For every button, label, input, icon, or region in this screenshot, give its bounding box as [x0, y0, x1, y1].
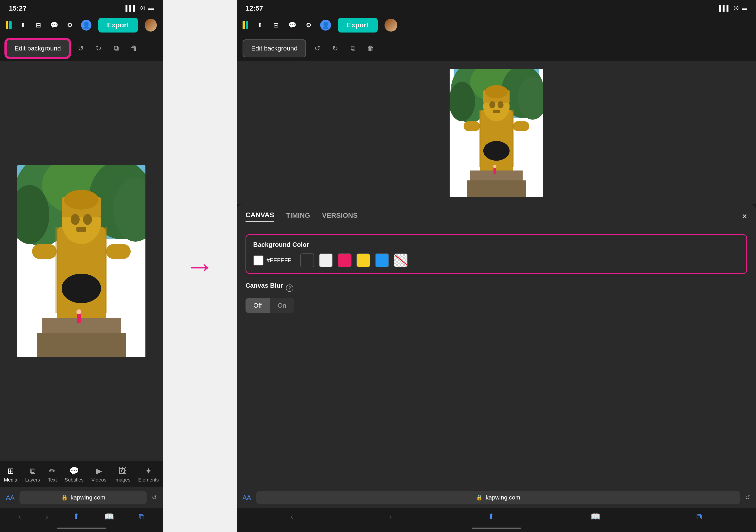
forward-btn-left[interactable]: › [45, 512, 48, 521]
tab-canvas[interactable]: CANVAS [246, 211, 274, 222]
blur-off-button[interactable]: Off [246, 298, 270, 313]
svg-point-26 [449, 82, 475, 121]
time-left: 15:27 [9, 4, 27, 12]
edit-background-button-right[interactable]: Edit background [243, 39, 306, 57]
export-button-right[interactable]: Export [338, 18, 378, 33]
lock-icon-right: 🔒 [476, 494, 483, 501]
logo-bar-yellow-r [243, 21, 245, 29]
edit-background-button-left[interactable]: Edit background [6, 39, 69, 57]
export-button-left[interactable]: Export [98, 18, 138, 33]
color-red[interactable] [338, 253, 352, 267]
logo-bar-teal [9, 21, 12, 29]
blur-on-button[interactable]: On [270, 298, 294, 313]
nav-media[interactable]: ⊞ Media [4, 466, 17, 483]
hex-value: #FFFFFF [266, 257, 291, 264]
avatar-left [145, 19, 157, 32]
home-bar-right [472, 528, 521, 529]
svg-rect-21 [105, 227, 107, 313]
forward-btn-right[interactable]: › [389, 512, 392, 521]
svg-rect-36 [513, 121, 529, 131]
svg-rect-34 [493, 110, 500, 113]
copy-icon-left[interactable]: ⧉ [110, 42, 123, 55]
delete-icon-left[interactable]: 🗑 [128, 42, 141, 55]
nav-videos[interactable]: ▶ Videos [92, 466, 106, 483]
tab-timing[interactable]: TIMING [286, 212, 310, 222]
toolbar-right: ⬆ ⊟ 💬 ⚙ 👤 Export [237, 15, 756, 36]
url-bar-left[interactable]: 🔒 kapwing.com [19, 491, 147, 504]
share-icon-right[interactable]: ⬆ [255, 20, 264, 30]
browser-controls-right: ‹ › ⬆ 📖 ⧉ [237, 508, 756, 525]
canvas-blur-label: Canvas Blur [246, 282, 283, 290]
undo-icon-left[interactable]: ↺ [74, 42, 87, 55]
selected-color[interactable]: #FFFFFF [253, 255, 291, 266]
color-transparent[interactable] [394, 253, 408, 267]
browser-bar-right: AA 🔒 kapwing.com ↺ [237, 487, 756, 508]
nav-text[interactable]: ✏ Text [48, 466, 57, 483]
svg-point-19 [76, 309, 81, 314]
videos-icon: ▶ [96, 466, 102, 476]
svg-rect-42 [479, 110, 481, 167]
panel-sheet: CANVAS TIMING VERSIONS × Background Colo… [237, 204, 756, 487]
template-icon-right[interactable]: ⊟ [271, 20, 281, 30]
share-icon[interactable]: ⬆ [18, 20, 27, 30]
svg-rect-35 [463, 121, 480, 131]
back-btn-right[interactable]: ‹ [291, 512, 293, 521]
copy-icon-right[interactable]: ⧉ [347, 42, 359, 55]
bookmarks-btn-left[interactable]: 📖 [104, 512, 114, 521]
tab-versions[interactable]: VERSIONS [322, 212, 358, 222]
svg-rect-18 [77, 313, 81, 323]
nav-images[interactable]: 🖼 Images [114, 467, 130, 483]
action-bar-right: Edit background ↺ ↻ ⧉ 🗑 [237, 36, 756, 61]
signal-icon-right: ▌▌▌ [719, 5, 730, 12]
panel-close-button[interactable]: × [742, 211, 747, 221]
aa-label-left[interactable]: AA [6, 494, 14, 501]
home-bar-left [57, 528, 106, 529]
svg-rect-13 [32, 244, 57, 259]
template-icon[interactable]: ⊟ [34, 20, 43, 30]
color-yellow[interactable] [356, 253, 370, 267]
redo-icon-right[interactable]: ↻ [329, 42, 342, 55]
back-btn-left[interactable]: ‹ [18, 512, 21, 521]
delete-icon-right[interactable]: 🗑 [364, 42, 377, 55]
home-indicator-right [237, 525, 756, 532]
selected-swatch [253, 255, 263, 266]
comment-icon-right[interactable]: 💬 [288, 20, 297, 30]
redo-icon-left[interactable]: ↻ [92, 42, 105, 55]
bookmarks-btn-right[interactable]: 📖 [591, 512, 601, 521]
reload-icon-right[interactable]: ↺ [745, 494, 750, 501]
canvas-blur-section: Canvas Blur ? Off On [246, 281, 747, 314]
blur-label-row: Canvas Blur ? [246, 282, 747, 294]
people-icon-right[interactable]: 👤 [320, 20, 331, 31]
elements-icon: ✦ [145, 466, 152, 476]
share-btn-left[interactable]: ⬆ [73, 512, 80, 521]
undo-icon-right[interactable]: ↺ [311, 42, 324, 55]
url-bar-right[interactable]: 🔒 kapwing.com [256, 491, 740, 504]
svg-point-11 [83, 214, 92, 225]
svg-point-31 [485, 85, 508, 98]
settings-icon-right[interactable]: ⚙ [304, 20, 313, 30]
nav-elements[interactable]: ✦ Elements [138, 466, 159, 483]
wifi-icon-right: ☉ [733, 5, 739, 12]
tabs-btn-left[interactable]: ⧉ [139, 512, 145, 521]
svg-rect-39 [467, 180, 526, 197]
arrow-container: → [163, 0, 237, 532]
svg-point-10 [71, 214, 80, 225]
people-icon[interactable]: 👤 [81, 20, 91, 31]
nav-subtitles[interactable]: 💬 Subtitles [65, 466, 84, 483]
color-white[interactable] [319, 253, 333, 267]
reload-icon-left[interactable]: ↺ [152, 494, 157, 501]
color-black[interactable] [300, 253, 314, 267]
svg-rect-43 [512, 110, 514, 167]
svg-rect-20 [55, 227, 58, 313]
toolbar-left: ⬆ ⊟ 💬 ⚙ 👤 Export [0, 15, 163, 36]
info-icon[interactable]: ? [286, 285, 293, 292]
comment-icon[interactable]: 💬 [50, 20, 59, 30]
text-icon: ✏ [49, 466, 56, 476]
nav-layers[interactable]: ⧉ Layers [25, 467, 40, 483]
share-btn-right[interactable]: ⬆ [488, 512, 495, 521]
settings-icon[interactable]: ⚙ [66, 20, 74, 30]
tabs-btn-right[interactable]: ⧉ [696, 512, 702, 521]
color-row: #FFFFFF [253, 253, 740, 267]
color-blue[interactable] [375, 253, 389, 267]
aa-label-right[interactable]: AA [243, 494, 251, 501]
